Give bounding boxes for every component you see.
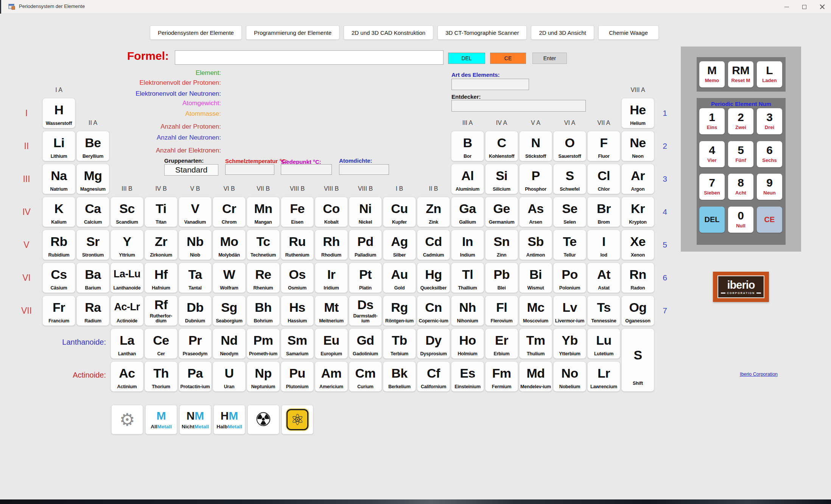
element-Fl[interactable]: FlFlerovium [485,296,518,326]
element-Cm[interactable]: CmCurium [349,361,382,392]
element-Tb[interactable]: TbTerbium [383,328,416,359]
element-Cl[interactable]: ClChlor [587,164,620,194]
element-No[interactable]: NoNobelium [553,361,586,392]
element-Br[interactable]: BrBrom [587,197,620,227]
element-Si[interactable]: SiSilicium [485,164,518,194]
element-F[interactable]: FFluor [587,131,620,161]
ce-button[interactable]: CE [490,53,526,64]
nm-metall-button[interactable]: NMNichtMetall [179,405,211,434]
element-Mo[interactable]: MoMolybdän [213,230,246,260]
element-V[interactable]: VVanadium [179,197,212,227]
element-Lu[interactable]: LuLutetium [587,328,620,359]
element-Sg[interactable]: SgSeaborgium [213,296,246,326]
radioactive-button[interactable]: ☢ [247,405,279,434]
element-La[interactable]: LaLanthan [110,328,143,359]
element-Te[interactable]: TeTellur [553,230,586,260]
m-metall-button[interactable]: MAllMetall [145,405,177,434]
element-Bk[interactable]: BkBerkelium [383,361,416,392]
element-Cf[interactable]: CfCalifornium [417,361,450,392]
element-Cu[interactable]: CuKupfer [383,197,416,227]
element-H[interactable]: HWasserstoff [42,98,75,128]
del-button[interactable]: DEL [448,53,485,64]
element-Sc[interactable]: ScScandium [110,197,143,227]
element-Al[interactable]: AlAluminium [451,164,484,194]
element-Dy[interactable]: DyDysprosium [417,328,450,359]
element-I[interactable]: IIod [587,230,620,260]
maximize-button[interactable] [795,0,813,14]
element-C[interactable]: CKohlenstoff [485,131,518,161]
art-des-elements-field[interactable] [451,79,529,90]
atomdichte-field[interactable] [339,164,389,175]
element-Gd[interactable]: GdGadolinium [349,328,382,359]
keypad-key-1[interactable]: 1Eins [699,108,725,134]
tab-2[interactable]: 2D und 3D CAD Konstruktion [344,25,433,40]
element-Lv[interactable]: LvLivermor-ium [553,296,586,326]
element-Zr[interactable]: ZrZirkonium [145,230,177,260]
element-Nd[interactable]: NdNeodym [213,328,246,359]
element-Re[interactable]: ReRhenium [247,263,280,293]
element-Pu[interactable]: PuPlutonium [281,361,314,392]
element-Ac-Lr[interactable]: Ac-LrActinoide [110,296,143,326]
element-Cd[interactable]: CdCadmium [417,230,450,260]
element-Np[interactable]: NpNeptunium [247,361,280,392]
keypad-key-4[interactable]: 4Vier [699,141,725,167]
hm-metall-button[interactable]: HMHalbMetall [213,405,245,434]
element-Nb[interactable]: NbNiob [179,230,212,260]
keypad-key-m[interactable]: MMemo [699,61,725,87]
element-Rb[interactable]: RbRubidium [42,230,75,260]
keypad-key-3[interactable]: 3Drei [757,108,782,134]
element-Fe[interactable]: FeEisen [281,197,314,227]
element-Pm[interactable]: PmPrometh-ium [247,328,280,359]
element-Nh[interactable]: NhNihonium [451,296,484,326]
element-In[interactable]: InIndium [451,230,484,260]
minimize-button[interactable] [778,0,795,14]
gear-button[interactable]: ⚙ [111,405,143,434]
element-Ac[interactable]: AcActinium [110,361,143,392]
element-Xe[interactable]: XeXenon [621,230,654,260]
keypad-key-5[interactable]: 5Fünf [728,141,753,167]
element-Mc[interactable]: McMoscovium [519,296,552,326]
element-Bi[interactable]: BiWismut [519,263,552,293]
element-B[interactable]: BBor [451,131,484,161]
element-At[interactable]: AtAstat [587,263,620,293]
element-Ti[interactable]: TiTitan [145,197,177,227]
tab-1[interactable]: Programmierung der Elemente [246,25,339,40]
element-P[interactable]: PPhosphor [519,164,552,194]
atom-button[interactable]: ⚛ [282,405,313,434]
element-Rn[interactable]: RnRadon [621,263,654,293]
element-Tl[interactable]: TlThallium [451,263,484,293]
element-Ds[interactable]: DsDarmstadt-ium [349,296,382,326]
element-Po[interactable]: PoPolonium [553,263,586,293]
element-Fr[interactable]: FrFrancium [42,296,75,326]
element-La-Lu[interactable]: La-LuLanthanoide [110,263,143,293]
element-Es[interactable]: EsEinsteinium [451,361,484,392]
element-Pa[interactable]: PaProtactin-ium [179,361,212,392]
element-Mt[interactable]: MtMeitnerium [315,296,348,326]
element-Sm[interactable]: SmSamarium [281,328,314,359]
element-Ca[interactable]: CaCalcium [76,197,109,227]
keypad-key-7[interactable]: 7Sieben [699,174,725,200]
siedepunkt-field[interactable] [281,164,332,175]
element-Rf[interactable]: RfRutherfor-dium [145,296,177,326]
element-Y[interactable]: YYttrium [110,230,143,260]
element-Rh[interactable]: RhRhodium [315,230,348,260]
element-Yb[interactable]: YbYtterbium [553,328,586,359]
element-Pd[interactable]: PdPalladium [349,230,382,260]
shift-key[interactable]: SShift [621,328,654,392]
element-Tc[interactable]: TcTechnetium [247,230,280,260]
element-Hg[interactable]: HgQuecksilber [417,263,450,293]
element-Cr[interactable]: CrChrom [213,197,246,227]
keypad-key-del[interactable]: DEL [699,207,725,233]
element-S[interactable]: SSchwefel [553,164,586,194]
element-Ru[interactable]: RuRuthenium [281,230,314,260]
element-Db[interactable]: DbDubnium [179,296,212,326]
element-Sr[interactable]: SrStrontium [76,230,109,260]
element-Be[interactable]: BeBeryllium [76,131,109,161]
element-Ba[interactable]: BaBarium [76,263,109,293]
element-Lr[interactable]: LrLawrencium [587,361,620,392]
element-As[interactable]: AsArsen [519,197,552,227]
element-Sb[interactable]: SbAntimon [519,230,552,260]
element-Pb[interactable]: PbBlei [485,263,518,293]
element-Ga[interactable]: GaGallium [451,197,484,227]
element-Th[interactable]: ThThorium [145,361,177,392]
